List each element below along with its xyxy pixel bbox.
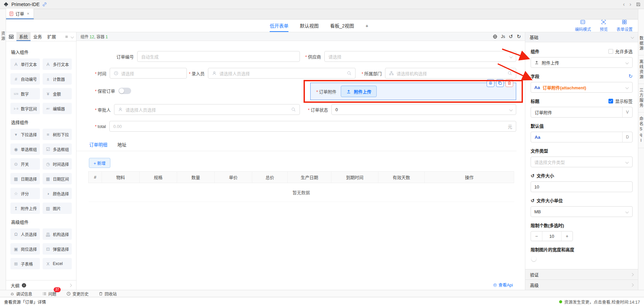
palette-item[interactable]: ▦日期选择	[10, 173, 40, 184]
file-type-select[interactable]: 请选择文件类型	[531, 157, 633, 167]
secret-order-toggle[interactable]	[118, 88, 131, 94]
title-input[interactable]: 订单附件 V	[531, 107, 633, 118]
right-strip-tab[interactable]: 数据源	[638, 32, 644, 55]
palette-item[interactable]: ⊙开关	[10, 158, 40, 170]
debug-button[interactable]: 调试信息	[10, 291, 32, 297]
code-mode-button[interactable]: 编码模式	[575, 19, 591, 32]
delete-trash-icon[interactable]	[505, 79, 513, 87]
chevron-down-icon[interactable]	[71, 35, 74, 38]
status-left-text[interactable]: 查看资源「订单」详情	[4, 299, 46, 305]
primeton-ide-window: Primeton-IDE ‹ › 资源 数据源离线资源三方服务命名Sql 订单 …	[0, 0, 644, 306]
form-settings-button[interactable]: 表单设置	[616, 19, 633, 32]
right-strip-tab[interactable]: 三方服务	[638, 84, 644, 113]
palette-item[interactable]: ⊡弹窗选择	[43, 243, 72, 255]
palette-item[interactable]: ↥附件上传	[10, 203, 40, 214]
view-tab[interactable]: 低开表单	[270, 19, 288, 32]
field-select[interactable]: Aa 订单附件(attachment)	[531, 82, 633, 93]
reset-icon[interactable]: ↺	[531, 198, 535, 203]
right-strip-tab[interactable]: 命名Sql	[638, 113, 644, 148]
view-api-link[interactable]: ◎ 查看Api	[493, 281, 513, 288]
palette-item[interactable]: ☑多选框组	[43, 143, 72, 155]
total-input[interactable]: 0.00元	[109, 121, 516, 132]
palette-item[interactable]: A多行文本	[43, 58, 72, 70]
entry-person-input[interactable]: 请选择人员选择	[208, 68, 356, 79]
history-button[interactable]: 变更历史	[66, 291, 89, 297]
department-input[interactable]: 请选择机构选择	[385, 68, 516, 79]
add-row-button[interactable]: + 新增	[89, 158, 110, 168]
add-view-tab-button[interactable]: +	[366, 23, 369, 29]
default-value-input[interactable]: Aa D	[531, 132, 633, 142]
redo-icon[interactable]: ↻	[517, 34, 521, 39]
palette-item[interactable]: ≡树形下拉	[43, 129, 72, 140]
outline-footer[interactable]: 大纲 i	[6, 280, 76, 290]
settings-gear-icon[interactable]	[487, 79, 494, 87]
palette-item[interactable]: 1~3数字区间	[10, 103, 40, 114]
palette-item[interactable]: XExcel	[43, 258, 72, 269]
undo-icon[interactable]: ↺	[509, 34, 513, 39]
preview-button[interactable]: 预览	[600, 19, 608, 32]
stepper-plus-button[interactable]: +	[561, 231, 573, 241]
palette-tab-业务[interactable]: 业务	[31, 32, 45, 41]
approver-input[interactable]: 请选择人员选择	[114, 104, 300, 115]
reset-icon[interactable]: ↺	[531, 173, 535, 178]
status-right[interactable]: 资源发生变更，点击查看,检查时间:14:17	[559, 299, 640, 305]
show-label-checkbox[interactable]: 显示标签	[608, 98, 633, 104]
globe-icon[interactable]	[493, 34, 497, 39]
palette-item[interactable]: ◉单选框组	[10, 143, 40, 155]
component-type-select[interactable]: 附件上传	[531, 57, 633, 68]
resources-vertical-tab[interactable]: 资源	[0, 31, 6, 41]
palette-item[interactable]: ¥金额	[43, 88, 72, 99]
stepper-minus-button[interactable]: −	[531, 231, 542, 241]
palette-item[interactable]: A单行文本	[10, 58, 40, 70]
stepper-value[interactable]: 10	[542, 231, 561, 241]
save-icon[interactable]	[636, 2, 641, 7]
attachment-upload-button[interactable]: 附件上传	[341, 86, 377, 97]
tab-order[interactable]: 订单 ×	[6, 9, 34, 19]
palette-item[interactable]: 品机构选择	[43, 228, 72, 240]
link-icon[interactable]	[42, 2, 47, 7]
view-tab[interactable]: 默认视图	[300, 19, 319, 32]
nav-forward-icon[interactable]: ›	[630, 2, 631, 7]
supplier-select[interactable]: 请选择	[324, 51, 516, 62]
palette-item[interactable]: ▣岗位选择	[10, 243, 40, 255]
detail-tab[interactable]: 地址	[117, 141, 126, 151]
refresh-icon[interactable]: ↻	[628, 74, 633, 79]
palette-item[interactable]: ⊞子表格	[10, 258, 40, 269]
palette-item[interactable]: ±计数器	[43, 73, 72, 85]
accordion-section[interactable]: 验证	[525, 269, 638, 279]
recycle-button[interactable]: 回收站	[99, 291, 117, 297]
js-button[interactable]: Js	[501, 34, 505, 39]
palette-item[interactable]: ▨图片	[43, 203, 72, 214]
palette-item[interactable]: ▦日期区间	[43, 173, 72, 184]
order-status-select[interactable]: 0	[331, 104, 516, 115]
layout-icon[interactable]	[9, 34, 14, 39]
palette-item[interactable]: ◑颜色选择	[43, 188, 72, 199]
issues-button[interactable]: 问题37	[42, 291, 56, 297]
dynamic-suffix-button[interactable]: D	[622, 132, 632, 142]
palette-item[interactable]: ◷时间选择	[43, 158, 72, 170]
copy-icon[interactable]	[496, 79, 504, 87]
detail-tab[interactable]: 订单明细	[89, 141, 107, 151]
palette-item[interactable]: ▾下拉选择	[10, 129, 40, 140]
allow-multi-checkbox[interactable]: 允许多选	[608, 48, 633, 54]
time-picker-input[interactable]: 请选择	[110, 68, 187, 79]
chevron-right-icon[interactable]	[69, 283, 72, 287]
basic-section-header[interactable]: 基础	[525, 32, 638, 42]
palette-tab-系统[interactable]: 系统	[16, 32, 31, 41]
variable-suffix-button[interactable]: V	[622, 107, 632, 117]
order-no-input[interactable]: 自动生成	[137, 51, 300, 62]
close-tab-icon[interactable]: ×	[27, 11, 30, 16]
palette-item[interactable]: Ω人员选择	[10, 228, 40, 240]
accordion-section[interactable]: 高级	[525, 279, 638, 290]
palette-item[interactable]: ☆评分	[10, 188, 40, 199]
file-size-input[interactable]: 10	[531, 181, 633, 192]
palette-tab-扩展[interactable]: 扩展	[45, 32, 59, 41]
nav-back-icon[interactable]: ‹	[623, 2, 625, 7]
file-size-unit-select[interactable]: MB	[531, 206, 633, 217]
palette-item[interactable]: #自动编号	[10, 73, 40, 85]
palette-item[interactable]: A≡编辑器	[43, 103, 72, 114]
palette-item[interactable]: 123数字	[10, 88, 40, 99]
selected-attachment-component[interactable]: *订单附件 附件上传	[310, 83, 516, 100]
view-tab[interactable]: 看板_2视图	[330, 19, 354, 32]
right-strip-tab[interactable]: 离线资源	[638, 55, 644, 84]
